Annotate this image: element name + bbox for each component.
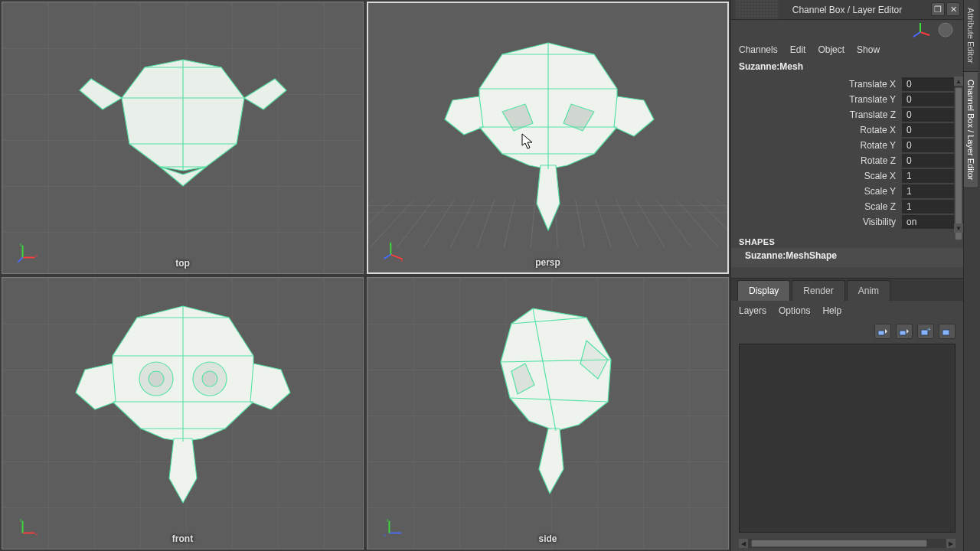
channel-label: Rotate Y <box>731 140 902 151</box>
svg-marker-34 <box>169 439 197 503</box>
layer-move-down-button[interactable] <box>896 324 913 339</box>
menu-object[interactable]: Object <box>818 44 844 55</box>
svg-marker-65 <box>885 329 887 334</box>
layer-move-up-button[interactable] <box>874 324 891 339</box>
channel-row: Rotate X <box>731 122 963 138</box>
new-layer-from-selected-button[interactable]: + <box>917 324 934 339</box>
svg-marker-49 <box>539 429 564 494</box>
svg-line-60 <box>920 32 929 35</box>
new-empty-layer-button[interactable] <box>939 324 956 339</box>
svg-rect-66 <box>900 331 906 335</box>
svg-marker-2 <box>244 79 286 109</box>
layer-tab-render[interactable]: Render <box>792 280 844 301</box>
axis-gizmo-icon: y x <box>18 517 39 538</box>
channel-label: Translate X <box>731 79 902 90</box>
viewport-label: side <box>538 533 557 544</box>
svg-marker-67 <box>906 329 909 334</box>
channel-label: Visibility <box>731 217 902 227</box>
channel-label: Scale Z <box>731 201 902 212</box>
channel-label: Scale Y <box>731 186 902 197</box>
channel-row: Translate X <box>731 77 963 92</box>
viewport-label: front <box>172 533 193 544</box>
channel-row: Translate Y <box>731 92 963 107</box>
side-tab-attribute-editor[interactable]: Attribute Editor <box>964 0 978 72</box>
close-button[interactable]: ✕ <box>946 2 960 16</box>
svg-marker-17 <box>537 165 560 230</box>
mesh-preview-persp <box>426 28 671 257</box>
layer-editor-tabs: Display Render Anim <box>731 278 963 301</box>
channel-row: Scale Z <box>731 199 963 214</box>
layer-menu-bar: Layers Options Help <box>731 301 963 321</box>
channel-list: Translate XTranslate YTranslate ZRotate … <box>731 77 963 233</box>
mesh-preview-side <box>441 287 655 517</box>
layer-tab-display[interactable]: Display <box>737 280 790 301</box>
side-tab-channel-box[interactable]: Channel Box / Layer Editor <box>964 72 978 188</box>
svg-marker-16 <box>614 96 654 136</box>
menu-edit[interactable]: Edit <box>790 44 806 55</box>
svg-point-37 <box>149 371 164 386</box>
channel-row: Visibility <box>731 214 963 230</box>
svg-marker-15 <box>445 96 483 135</box>
svg-marker-33 <box>250 364 290 409</box>
layer-list[interactable] <box>739 344 956 533</box>
mesh-preview-front <box>53 287 313 517</box>
side-tab-strip: Attribute Editor Channel Box / Layer Edi… <box>963 0 980 551</box>
channel-row: Translate Z <box>731 107 963 122</box>
viewport-persp[interactable]: y x persp <box>367 2 729 274</box>
drag-handle-icon[interactable] <box>736 0 779 19</box>
viewport-side[interactable]: y z side <box>367 277 729 549</box>
channel-label: Rotate X <box>731 125 902 135</box>
viewport-top[interactable]: x y top <box>2 2 364 274</box>
channel-label: Scale X <box>731 171 902 181</box>
channel-label: Rotate Z <box>731 155 902 166</box>
channel-menu-bar: Channels Edit Object Show <box>731 40 963 58</box>
axis-gizmo-icon: y z <box>383 517 404 538</box>
svg-marker-1 <box>80 79 122 109</box>
orientation-gizmo-icon[interactable] <box>913 21 933 38</box>
svg-text:y: y <box>389 240 391 245</box>
channel-label: Translate Z <box>731 109 902 120</box>
svg-line-62 <box>913 32 920 37</box>
shape-node-name[interactable]: Suzanne:MeshShape <box>731 248 963 267</box>
svg-marker-32 <box>76 364 116 409</box>
menu-help[interactable]: Help <box>822 305 841 316</box>
svg-text:x: x <box>35 532 38 536</box>
menu-channels[interactable]: Channels <box>739 44 778 55</box>
channel-scrollbar[interactable]: ▲ ▼ <box>954 77 963 233</box>
selected-object-name[interactable]: Suzanne:Mesh <box>731 58 963 77</box>
mesh-preview-top <box>68 37 298 220</box>
axis-gizmo-icon: y x <box>384 240 405 262</box>
svg-line-27 <box>384 255 390 259</box>
shapes-header: SHAPES <box>731 233 963 248</box>
menu-show[interactable]: Show <box>857 44 880 55</box>
menu-layers[interactable]: Layers <box>739 305 766 316</box>
viewport-label: persp <box>535 257 560 268</box>
svg-text:+: + <box>927 327 931 333</box>
channel-row: Rotate Y <box>731 138 963 153</box>
svg-rect-64 <box>878 331 884 335</box>
scrollbar-thumb[interactable] <box>955 87 962 240</box>
popout-button[interactable]: ❐ <box>931 2 945 16</box>
svg-line-11 <box>18 257 23 262</box>
svg-text:x: x <box>35 253 38 258</box>
channel-row: Rotate Z <box>731 153 963 168</box>
svg-rect-70 <box>942 330 949 335</box>
scrollbar-thumb[interactable] <box>751 540 927 547</box>
layer-toolbar: + <box>731 321 963 344</box>
svg-text:x: x <box>400 258 403 262</box>
viewport-front[interactable]: y x front <box>2 277 364 549</box>
svg-text:y: y <box>387 517 389 522</box>
axis-gizmo-icon: x y <box>18 241 39 262</box>
channel-row: Scale Y <box>731 184 963 199</box>
layer-tab-anim[interactable]: Anim <box>847 280 890 301</box>
viewport-quad: x y top <box>0 0 730 551</box>
menu-options[interactable]: Options <box>779 305 810 316</box>
svg-text:y: y <box>20 242 22 246</box>
viewport-label: top <box>175 258 190 269</box>
channel-box-panel: Channel Box / Layer Editor ❐ ✕ <box>730 0 980 551</box>
panel-titlebar[interactable]: Channel Box / Layer Editor ❐ ✕ <box>731 0 963 20</box>
layer-scrollbar-horizontal[interactable]: ◀ ▶ <box>739 539 956 548</box>
view-cube-icon[interactable] <box>937 21 954 38</box>
panel-title-text: Channel Box / Layer Editor <box>792 5 902 15</box>
svg-point-63 <box>939 23 952 37</box>
